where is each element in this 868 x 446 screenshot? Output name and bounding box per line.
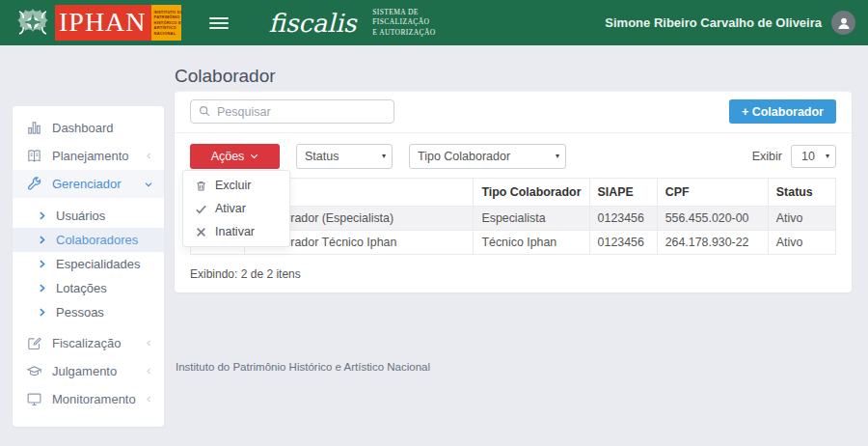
brand-wordmark: IPHAN [55, 5, 151, 41]
column-siape: SIAPE [589, 179, 657, 207]
actions-button[interactable]: Ações [190, 144, 280, 169]
search-input[interactable] [190, 99, 394, 124]
status-filter-select[interactable]: Status [296, 144, 393, 169]
sidebar-item-fiscalizacao[interactable]: Fiscalização [13, 329, 164, 357]
monitor-icon [26, 391, 42, 407]
colaborador-card: + Colaborador Ações Status ▾ Tipo Colabo… [175, 92, 852, 293]
column-tipo-colaborador: Tipo Colaborador [474, 179, 589, 207]
x-icon [195, 226, 207, 238]
sidebar-item-julgamento[interactable]: Julgamento [13, 357, 164, 385]
exibir-label: Exibir [752, 150, 782, 163]
sidebar-item-planejamento[interactable]: Planejamento [13, 142, 164, 170]
sidebar-item-dashboard[interactable]: Dashboard [13, 114, 164, 142]
sidebar-item-pessoas[interactable]: Pessoas [13, 300, 164, 324]
sidebar-item-monitoramento[interactable]: Monitoramento [13, 385, 164, 413]
check-icon [195, 203, 207, 215]
column-cpf: CPF [657, 179, 768, 207]
page-title: Colaborador [175, 66, 276, 87]
page-size-wrap: 10 ▾ [791, 145, 836, 168]
pencil-square-icon [26, 335, 42, 351]
book-icon [26, 148, 42, 164]
user-menu[interactable]: Simone Ribeiro Carvalho de Oliveira [605, 11, 855, 35]
chevron-left-icon [145, 367, 153, 376]
sidebar-item-lotacoes[interactable]: Lotações [13, 276, 164, 300]
status-filter-wrap: Status ▾ [296, 144, 393, 169]
search-wrap [190, 99, 394, 124]
actions-dropdown-menu: Excluir Ativar Inativar [182, 170, 290, 247]
cell-status: Ativo [768, 231, 835, 255]
brand-institute-block: INSTITUTO DO PATRIMÔNIO HISTÓRICO E ARTÍ… [151, 5, 181, 41]
chevron-down-icon [250, 153, 258, 159]
tipo-colaborador-filter-select[interactable]: Tipo Colaborador [409, 144, 566, 169]
iphan-emblem-icon [13, 5, 53, 41]
toolbar-top: + Colaborador [190, 99, 836, 124]
toolbar-divider [175, 132, 852, 133]
chevron-right-icon [37, 307, 47, 318]
cell-cpf: 556.455.020-00 [657, 207, 768, 231]
wrench-icon [26, 176, 42, 192]
chevron-right-icon [37, 235, 47, 245]
sidebar: Dashboard Planejamento Gerenciador [13, 106, 164, 427]
chevron-left-icon [145, 152, 153, 160]
chevron-down-icon [144, 180, 153, 189]
footer-text: Instituto do Patrimônio Histórico e Artí… [176, 361, 430, 373]
table-summary: Exibindo: 2 de 2 itens [190, 267, 836, 281]
page-size-control: Exibir 10 ▾ [752, 145, 836, 168]
graduation-cap-icon [26, 363, 42, 379]
user-avatar-icon [831, 11, 855, 35]
sidebar-item-colaboradores[interactable]: Colaboradores [13, 228, 164, 252]
chevron-right-icon [37, 210, 47, 221]
bar-chart-icon [26, 120, 42, 136]
menu-item-excluir[interactable]: Excluir [183, 174, 289, 197]
sidebar-item-usuarios[interactable]: Usuários [13, 204, 164, 228]
search-icon [198, 104, 211, 118]
cell-siape: 0123456 [589, 231, 657, 255]
cell-cpf: 264.178.930-22 [657, 231, 768, 255]
cell-status: Ativo [768, 207, 835, 231]
menu-item-inativar[interactable]: Inativar [183, 220, 289, 243]
gerenciador-submenu: Usuários Colaboradores Especialidades Lo… [13, 204, 164, 324]
system-subtitle: SISTEMA DE FISCALIZAÇÃO E AUTORIZAÇÃO [372, 8, 435, 39]
user-name: Simone Ribeiro Carvalho de Oliveira [605, 15, 822, 30]
add-colaborador-button[interactable]: + Colaborador [729, 99, 836, 124]
toolbar-filters: Ações Status ▾ Tipo Colaborador ▾ Exibir… [190, 144, 836, 169]
menu-toggle-icon[interactable] [207, 11, 231, 36]
tipo-colaborador-filter-wrap: Tipo Colaborador ▾ [409, 144, 566, 169]
app-header: IPHAN INSTITUTO DO PATRIMÔNIO HISTÓRICO … [0, 0, 868, 45]
sidebar-item-especialidades[interactable]: Especialidades [13, 252, 164, 276]
trash-icon [195, 180, 207, 192]
page-size-select[interactable]: 10 [791, 145, 836, 168]
chevron-left-icon [145, 339, 153, 348]
app-name: fiscalis [269, 11, 357, 36]
iphan-logo[interactable]: IPHAN INSTITUTO DO PATRIMÔNIO HISTÓRICO … [13, 5, 181, 41]
menu-item-ativar[interactable]: Ativar [183, 197, 289, 220]
cell-tipo: Técnico Iphan [474, 231, 589, 255]
chevron-right-icon [37, 283, 47, 293]
cell-tipo: Especialista [474, 207, 589, 231]
sidebar-item-gerenciador[interactable]: Gerenciador [13, 170, 164, 198]
cell-siape: 0123456 [589, 207, 657, 231]
column-status: Status [768, 179, 835, 207]
chevron-left-icon [145, 395, 153, 404]
chevron-right-icon [37, 259, 47, 269]
